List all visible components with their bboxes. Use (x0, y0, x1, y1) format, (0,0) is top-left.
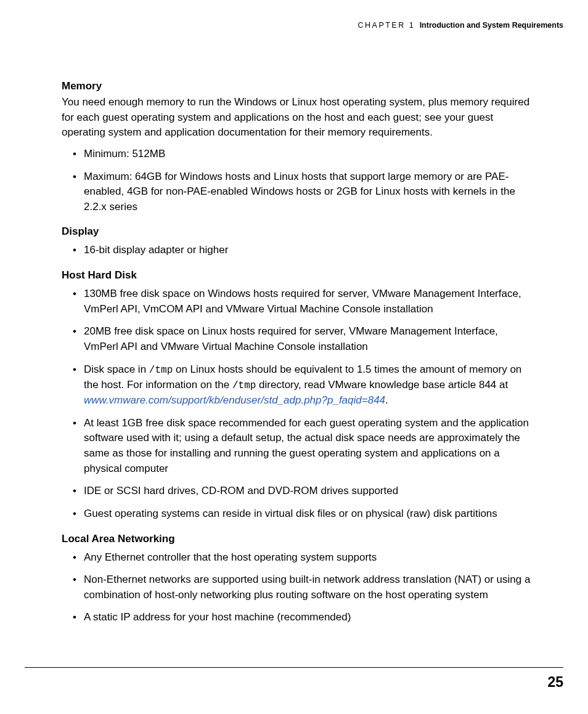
list-item: Any Ethernet controller that the host op… (62, 550, 533, 566)
list-item: Non-Ethernet networks are supported usin… (62, 572, 533, 602)
list-item: At least 1GB free disk space recommended… (62, 416, 533, 477)
code-tmp-path: /tmp (232, 380, 256, 391)
list-item: 20MB free disk space on Linux hosts requ… (62, 324, 533, 354)
text-fragment: directory, read VMware knowledge base ar… (256, 379, 508, 391)
list-item: A static IP address for your host machin… (62, 610, 533, 625)
list-memory: Minimum: 512MB Maximum: 64GB for Windows… (62, 147, 533, 215)
list-item: Guest operating systems can reside in vi… (62, 506, 533, 522)
text-fragment: Disk space in (84, 363, 149, 375)
list-display: 16-bit display adapter or higher (62, 243, 533, 258)
list-item: 16-bit display adapter or higher (62, 243, 533, 258)
page-number: 25 (547, 674, 563, 691)
kb-article-link[interactable]: www.vmware.com/support/kb/enduser/std_ad… (84, 394, 385, 406)
code-tmp-path: /tmp (149, 365, 173, 376)
heading-host-hard-disk: Host Hard Disk (62, 269, 533, 282)
list-item: 130MB free disk space on Windows hosts r… (62, 286, 533, 317)
paragraph-memory: You need enough memory to run the Window… (62, 95, 533, 140)
list-host-hard-disk: 130MB free disk space on Windows hosts r… (62, 286, 533, 521)
footer-rule (25, 667, 563, 668)
heading-lan: Local Area Networking (62, 533, 533, 545)
list-item: Disk space in /tmp on Linux hosts should… (62, 362, 533, 408)
page-content: Memory You need enough memory to run the… (62, 80, 533, 636)
text-fragment: . (385, 394, 388, 406)
list-item: Minimum: 512MB (62, 147, 533, 162)
chapter-title: Introduction and System Requirements (420, 21, 563, 30)
page-header: CHAPTER 1 Introduction and System Requir… (357, 21, 563, 30)
list-item: Maximum: 64GB for Windows hosts and Linu… (62, 169, 533, 215)
list-lan: Any Ethernet controller that the host op… (62, 550, 533, 626)
heading-memory: Memory (62, 80, 533, 92)
heading-display: Display (62, 225, 533, 238)
list-item: IDE or SCSI hard drives, CD-ROM and DVD-… (62, 484, 533, 499)
chapter-label: CHAPTER 1 (357, 21, 415, 30)
